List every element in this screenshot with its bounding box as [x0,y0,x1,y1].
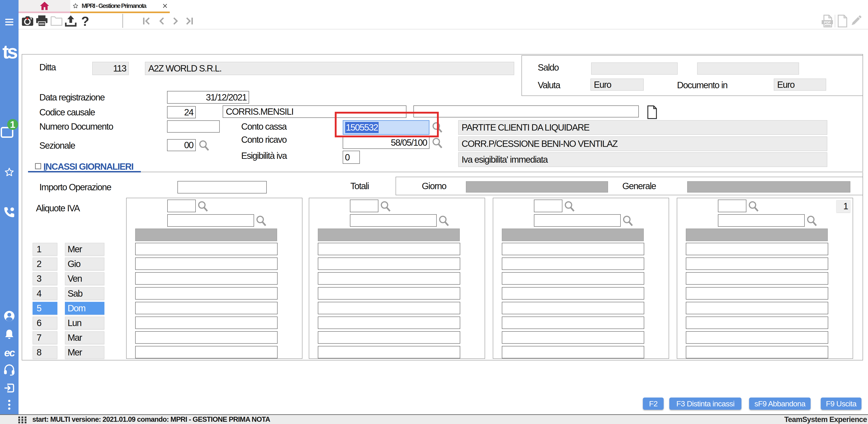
more-vert-icon[interactable] [0,400,19,410]
day-row-name-1[interactable]: Mer [65,243,104,256]
ec-logo-icon[interactable]: ec [0,347,19,359]
data-registrazione-field[interactable]: 31/12/2021 [167,91,249,104]
headset-icon[interactable] [0,364,19,376]
col2-row-field-6[interactable] [318,316,460,329]
tab-close-icon[interactable] [163,0,167,11]
day-row-num-2[interactable]: 2 [33,257,57,271]
col1-aliquota-code-field[interactable] [167,200,196,212]
menu-icon[interactable] [0,18,19,27]
print-icon[interactable] [35,13,48,29]
day-row-name-3[interactable]: Ven [65,272,104,285]
tab-home[interactable] [19,0,70,13]
day-row-num-3[interactable]: 3 [33,272,57,285]
contact-phone-icon[interactable] [0,205,19,219]
codice-causale-extra-field[interactable] [413,106,639,117]
col3-row-field-1[interactable] [502,243,644,255]
day-row-name-2[interactable]: Gio [65,257,104,271]
col4-row-field-7[interactable] [686,331,828,344]
col3-conto-search-icon[interactable] [622,215,633,227]
conto-ricavo-search-icon[interactable] [432,137,443,149]
sezionale-search-icon[interactable] [198,140,210,151]
col1-aliquota-search-icon[interactable] [197,201,209,213]
saldo-field-2[interactable] [697,62,799,75]
col2-conto-field[interactable] [350,214,437,227]
numero-documento-field[interactable] [167,120,220,133]
col3-row-field-8[interactable] [502,346,644,358]
day-row-num-5-selected[interactable]: 5 [33,302,57,315]
sezionale-field[interactable]: 00 [167,139,196,151]
col4-aliquota-search-icon[interactable] [748,201,759,213]
col3-row-field-4[interactable] [502,287,644,300]
col1-row-field-3[interactable] [135,272,278,285]
upload-icon[interactable] [64,13,77,29]
valuta-field[interactable]: Euro [590,79,644,91]
day-row-num-7[interactable]: 7 [33,331,57,344]
conto-ricavo-field[interactable]: 58/05/100 [343,136,430,149]
ditta-name-field[interactable]: A2Z WORLD S.R.L. [145,62,514,75]
col2-row-field-1[interactable] [318,243,460,255]
col2-row-field-3[interactable] [318,272,460,285]
col1-row-field-7[interactable] [135,331,278,344]
col4-row-field-3[interactable] [686,272,828,285]
col3-row-field-3[interactable] [502,272,644,285]
notifications-bell-icon[interactable] [0,329,19,340]
grid-menu-icon[interactable] [18,417,26,423]
importo-operazione-field[interactable] [178,181,267,193]
col1-row-field-5[interactable] [135,302,278,314]
col1-conto-search-icon[interactable] [256,215,267,227]
saldo-field-1[interactable] [591,62,678,75]
causale-document-icon[interactable] [647,106,657,119]
col4-row-field-2[interactable] [686,257,828,270]
col2-aliquota-code-field[interactable] [350,200,378,212]
col4-row-field-4[interactable] [686,287,828,300]
col3-aliquota-search-icon[interactable] [564,201,575,213]
col1-row-field-8[interactable] [135,346,278,358]
col3-row-field-6[interactable] [502,316,644,329]
col3-row-field-2[interactable] [502,257,644,270]
col4-row-field-8[interactable] [686,346,828,358]
col3-row-field-5[interactable] [502,302,644,314]
col3-row-field-7[interactable] [502,331,644,344]
col4-aliquota-code-field[interactable] [718,200,746,212]
teamsystem-logo-icon[interactable]: ts [0,42,19,61]
camera-icon[interactable] [22,13,33,29]
col1-conto-field[interactable] [167,214,254,227]
incassi-section-title[interactable]: INCASSI GIORNALIERI [43,162,133,172]
pdf-export-icon[interactable]: PDF [820,13,835,29]
workspace-badge-icon[interactable]: 1 [0,119,19,139]
col2-aliquota-search-icon[interactable] [380,201,391,213]
esigibilita-field[interactable]: 0 [343,151,360,164]
f9-uscita-button[interactable]: F9 Uscita [821,398,862,410]
day-row-name-8[interactable]: Mer [65,346,104,359]
next-page-icon[interactable] [171,13,180,29]
col4-row-field-5[interactable] [686,302,828,314]
day-row-num-6[interactable]: 6 [33,316,57,330]
col4-conto-search-icon[interactable] [806,215,817,227]
ditta-code-field[interactable]: 113 [92,62,129,75]
day-row-name-7[interactable]: Mar [65,331,104,344]
favorites-star-icon[interactable] [0,167,19,178]
col4-row-field-6[interactable] [686,316,828,329]
col1-row-field-2[interactable] [135,257,278,270]
col2-row-field-7[interactable] [318,331,460,344]
col1-row-field-1[interactable] [135,243,278,255]
col4-row-field-1[interactable] [686,243,828,255]
codice-causale-code-field[interactable]: 24 [167,106,196,118]
day-row-num-4[interactable]: 4 [33,287,57,300]
documento-in-field[interactable]: Euro [774,79,826,91]
edit-pencil-icon[interactable] [849,13,863,29]
account-icon[interactable] [0,310,19,322]
first-page-icon[interactable] [142,13,152,29]
tab-active[interactable]: MPRI - Gestione Primanota [70,0,170,13]
col2-row-field-5[interactable] [318,302,460,314]
help-icon[interactable]: ? [79,13,91,29]
new-document-icon[interactable] [836,13,849,29]
prev-page-icon[interactable] [157,13,166,29]
col1-row-field-4[interactable] [135,287,278,300]
last-page-icon[interactable] [184,13,194,29]
folder-icon[interactable] [50,13,63,29]
sf9-abbandona-button[interactable]: sF9 Abbandona [749,398,811,410]
incassi-checkbox[interactable] [35,163,41,169]
day-row-name-4[interactable]: Sab [65,287,104,300]
f2-button[interactable]: F2 [643,398,664,410]
